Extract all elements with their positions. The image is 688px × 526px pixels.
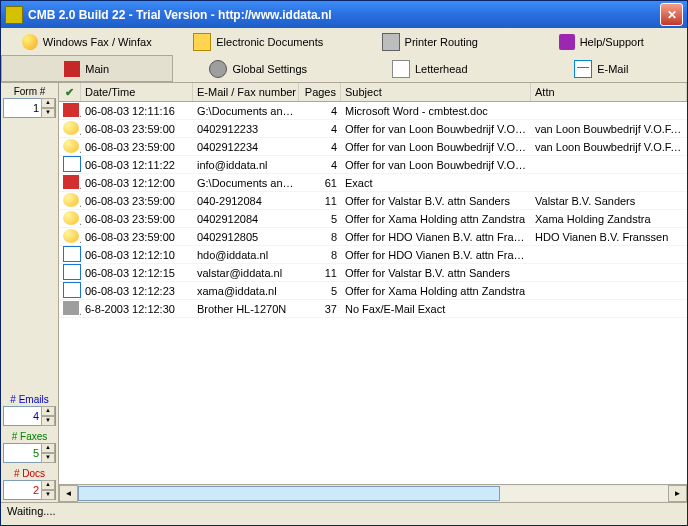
scroll-track[interactable]: [78, 486, 668, 501]
table-row[interactable]: 06-08-03 12:12:00G:\Documents and S...61…: [59, 174, 687, 192]
table-row[interactable]: 06-08-03 12:12:15valstar@iddata.nl11Offe…: [59, 264, 687, 282]
cell-datetime: 06-08-03 23:59:00: [81, 231, 193, 243]
scroll-left-button[interactable]: ◄: [59, 485, 78, 502]
cell-datetime: 06-08-03 23:59:00: [81, 195, 193, 207]
cell-subject: Offer for van Loon Bouwbedrijf V.O.F. ..…: [341, 123, 531, 135]
table-row[interactable]: 06-08-03 12:12:23xama@iddata.nl5Offer fo…: [59, 282, 687, 300]
emails-field[interactable]: [4, 410, 41, 422]
gear-icon: [209, 60, 227, 78]
spin-up[interactable]: ▲: [41, 480, 55, 490]
spin-up[interactable]: ▲: [41, 443, 55, 453]
form-number-input[interactable]: ▲▼: [3, 98, 56, 118]
cell-pages: 5: [299, 213, 341, 225]
faxes-spinner[interactable]: ▲▼: [41, 443, 55, 463]
scroll-thumb[interactable]: [78, 486, 500, 501]
emails-group: # Emails ▲▼: [1, 391, 58, 428]
form-spinner[interactable]: ▲▼: [41, 98, 55, 118]
table-row[interactable]: 06-08-03 23:59:0004029122344Offer for va…: [59, 138, 687, 156]
cell-attn: Xama Holding Zandstra: [531, 213, 687, 225]
table-row[interactable]: 06-08-03 12:12:10hdo@iddata.nl8Offer for…: [59, 246, 687, 264]
cell-pages: 11: [299, 267, 341, 279]
grid-header: ✔ Date/Time E-Mail / Fax number ... Page…: [59, 83, 687, 102]
blue-icon: [63, 156, 81, 172]
table-row[interactable]: 06-08-03 12:11:16G:\Documents and S...4M…: [59, 102, 687, 120]
table-row[interactable]: 06-08-03 23:59:0004029122334Offer for va…: [59, 120, 687, 138]
row-icon-cell: [59, 282, 81, 300]
table-row[interactable]: 6-8-2003 12:12:30Brother HL-1270N37No Fa…: [59, 300, 687, 318]
scroll-right-button[interactable]: ►: [668, 485, 687, 502]
blue-icon: [63, 246, 81, 262]
tab-letterhead[interactable]: Letterhead: [344, 55, 516, 82]
cell-pages: 4: [299, 123, 341, 135]
row-icon-cell: [59, 264, 81, 282]
cell-pages: 4: [299, 105, 341, 117]
row-icon-cell: [59, 301, 81, 317]
docs-spinner[interactable]: ▲▼: [41, 480, 55, 500]
btn-printer-routing[interactable]: Printer Routing: [344, 28, 516, 55]
col-pages[interactable]: Pages: [299, 83, 341, 101]
blue-icon: [63, 282, 81, 298]
grid-body[interactable]: 06-08-03 12:11:16G:\Documents and S...4M…: [59, 102, 687, 484]
prn-icon: [63, 301, 79, 315]
spin-down[interactable]: ▼: [41, 490, 55, 500]
cell-datetime: 06-08-03 12:12:00: [81, 177, 193, 189]
app-window: CMB 2.0 Build 22 - Trial Version - http:…: [0, 0, 688, 526]
cell-pages: 37: [299, 303, 341, 315]
table-row[interactable]: 06-08-03 23:59:0004029120845Offer for Xa…: [59, 210, 687, 228]
table-row[interactable]: 06-08-03 12:11:22info@iddata.nl4Offer fo…: [59, 156, 687, 174]
btn-help-support[interactable]: Help/Support: [516, 28, 688, 55]
spin-up[interactable]: ▲: [41, 98, 55, 108]
table-row[interactable]: 06-08-03 23:59:0004029128058Offer for HD…: [59, 228, 687, 246]
spin-down[interactable]: ▼: [41, 416, 55, 426]
close-button[interactable]: ✕: [660, 3, 683, 26]
docs-field[interactable]: [4, 484, 41, 496]
cell-datetime: 06-08-03 23:59:00: [81, 141, 193, 153]
cell-email: 0402912234: [193, 141, 299, 153]
cell-attn: van Loon Bouwbedrijf V.O.F. dhr. J.I: [531, 141, 687, 153]
spin-down[interactable]: ▼: [41, 108, 55, 118]
horizontal-scrollbar[interactable]: ◄ ►: [59, 484, 687, 502]
spin-down[interactable]: ▼: [41, 453, 55, 463]
cell-email: 0402912233: [193, 123, 299, 135]
btn-windows-fax[interactable]: Windows Fax / Winfax: [1, 28, 173, 55]
col-datetime[interactable]: Date/Time: [81, 83, 193, 101]
pdf-icon: [63, 103, 79, 117]
emails-input[interactable]: ▲▼: [3, 406, 56, 426]
btn-electronic-documents[interactable]: Electronic Documents: [173, 28, 345, 55]
faxes-input[interactable]: ▲▼: [3, 443, 56, 463]
faxes-field[interactable]: [4, 447, 41, 459]
cell-email: valstar@iddata.nl: [193, 267, 299, 279]
docs-input[interactable]: ▲▼: [3, 480, 56, 500]
tab-global-settings[interactable]: Global Settings: [173, 55, 345, 82]
app-icon: [5, 6, 23, 24]
col-attn[interactable]: Attn: [531, 83, 687, 101]
cell-email: 0402912084: [193, 213, 299, 225]
col-check[interactable]: ✔: [59, 83, 81, 101]
table-row[interactable]: 06-08-03 23:59:00040-291208411Offer for …: [59, 192, 687, 210]
help-icon: [559, 34, 575, 50]
cell-email: info@iddata.nl: [193, 159, 299, 171]
cell-pages: 61: [299, 177, 341, 189]
grid: ✔ Date/Time E-Mail / Fax number ... Page…: [59, 83, 687, 484]
tab-email[interactable]: E-Mail: [516, 55, 688, 82]
cell-subject: Offer for van Loon Bouwbedrijf V.O.F. ..…: [341, 159, 531, 171]
col-email[interactable]: E-Mail / Fax number ...: [193, 83, 299, 101]
cell-subject: Exact: [341, 177, 531, 189]
letterhead-icon: [392, 60, 410, 78]
toolbar-row-1: Windows Fax / Winfax Electronic Document…: [1, 28, 687, 55]
row-icon-cell: [59, 246, 81, 264]
cell-email: 0402912805: [193, 231, 299, 243]
cell-pages: 8: [299, 249, 341, 261]
tab-main[interactable]: Main: [1, 55, 173, 82]
label: E-Mail: [597, 63, 628, 75]
col-subject[interactable]: Subject: [341, 83, 531, 101]
toolbar-row-2: Main Global Settings Letterhead E-Mail: [1, 55, 687, 82]
cell-datetime: 06-08-03 12:12:23: [81, 285, 193, 297]
spin-up[interactable]: ▲: [41, 406, 55, 416]
ball-icon: [63, 229, 79, 243]
emails-spinner[interactable]: ▲▼: [41, 406, 55, 426]
faxes-label: # Faxes: [3, 430, 56, 443]
cell-subject: Offer for van Loon Bouwbedrijf V.O.F. ..…: [341, 141, 531, 153]
form-number-field[interactable]: [4, 102, 41, 114]
label: Global Settings: [232, 63, 307, 75]
